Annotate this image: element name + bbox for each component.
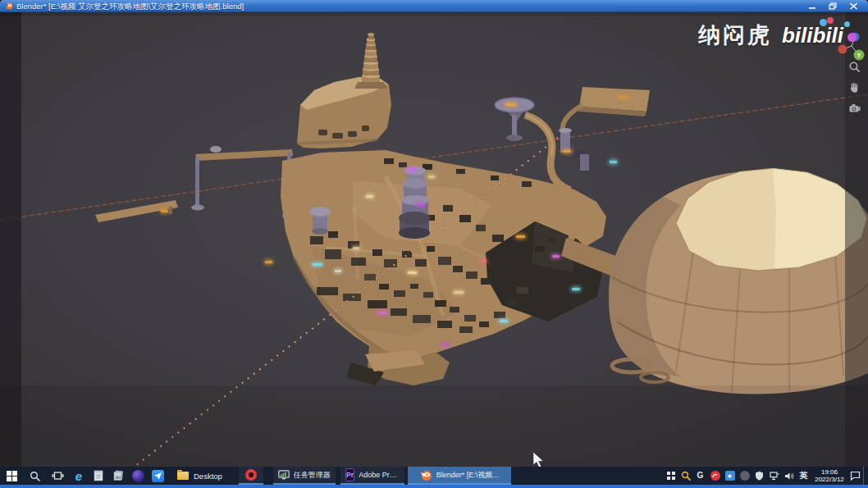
map-label-marker bbox=[610, 161, 617, 163]
taskbar-search-button[interactable] bbox=[23, 467, 46, 485]
blender-icon bbox=[420, 469, 432, 481]
map-label-marker bbox=[480, 260, 487, 262]
watermark: 纳闷虎 bilibili bbox=[698, 21, 855, 50]
task-view-button[interactable] bbox=[46, 467, 69, 485]
watermark-text: 纳闷虎 bbox=[698, 21, 772, 50]
3d-viewport[interactable]: 纳闷虎 bilibili Y bbox=[0, 12, 868, 467]
taskbar-taskmgr-button[interactable]: 任务管理器 bbox=[273, 467, 336, 485]
taskbar: e bbox=[0, 467, 868, 485]
viewport-nav-rail bbox=[846, 58, 862, 116]
tray-date: 2022/3/12 bbox=[812, 476, 847, 483]
show-desktop-button[interactable] bbox=[863, 467, 866, 485]
map-label-marker bbox=[572, 288, 580, 290]
ie-browser-icon[interactable]: e bbox=[69, 467, 89, 485]
map-label-marker bbox=[265, 261, 272, 263]
map-label-marker bbox=[161, 210, 168, 212]
map-label-marker bbox=[441, 344, 449, 346]
action-center-icon[interactable] bbox=[848, 467, 862, 485]
bottom-accent-strip bbox=[0, 485, 868, 488]
top-edge-shade bbox=[0, 12, 868, 16]
map-label-marker bbox=[366, 195, 373, 198]
desktop-toolbar-label: Desktop bbox=[194, 472, 222, 481]
logo-dot-magenta bbox=[847, 33, 857, 42]
map-label-marker bbox=[407, 168, 417, 171]
logo-dot-cyan bbox=[844, 21, 850, 27]
map-scene bbox=[0, 12, 868, 467]
map-label-marker bbox=[500, 320, 508, 322]
tray-g-app-icon[interactable]: G bbox=[693, 467, 707, 485]
taskbar-premiere-button[interactable]: Pr Adobe Premiere ... bbox=[340, 467, 404, 485]
map-label-marker bbox=[353, 247, 359, 249]
map-label-marker bbox=[618, 96, 628, 98]
map-label-marker bbox=[377, 312, 387, 314]
notepad-icon[interactable] bbox=[89, 467, 108, 485]
premiere-icon: Pr bbox=[345, 468, 354, 481]
window-titlebar[interactable]: Blender* [E:\视频 艾尔登之环攻略地图\艾尔登之环攻略地图.blen… bbox=[0, 0, 868, 12]
tray-red-app-icon[interactable] bbox=[708, 467, 722, 485]
map-label-marker bbox=[335, 270, 341, 272]
volume-icon[interactable] bbox=[782, 467, 796, 485]
window-title: Blender* [E:\视频 艾尔登之环攻略地图\艾尔登之环攻略地图.blen… bbox=[16, 0, 244, 12]
defender-shield-icon[interactable] bbox=[752, 467, 766, 485]
opera-icon bbox=[245, 469, 257, 481]
tray-search-tool-icon[interactable] bbox=[678, 467, 692, 485]
map-label-marker bbox=[313, 263, 322, 266]
network-icon[interactable] bbox=[767, 467, 781, 485]
task-manager-icon bbox=[278, 470, 290, 480]
logo-dot-blue bbox=[820, 19, 827, 26]
start-button[interactable] bbox=[0, 467, 23, 485]
minimize-button[interactable] bbox=[808, 2, 817, 10]
purple-orb-app-icon[interactable] bbox=[128, 467, 148, 485]
map-label-marker bbox=[552, 255, 560, 258]
folder-icon bbox=[177, 472, 189, 480]
map-label-marker bbox=[416, 203, 424, 206]
zoom-icon[interactable] bbox=[846, 58, 862, 75]
tray-dark-app-icon[interactable] bbox=[738, 467, 752, 485]
taskbar-clock[interactable]: 19:06 2022/3/12 bbox=[811, 468, 847, 483]
svg-text:Y: Y bbox=[857, 52, 861, 58]
tray-time: 19:06 bbox=[812, 468, 847, 476]
ime-language-indicator[interactable]: 英 bbox=[797, 467, 811, 485]
bottom-edge-shade bbox=[0, 385, 868, 467]
blue-messenger-app-icon[interactable] bbox=[148, 467, 167, 485]
map-label-marker bbox=[428, 176, 435, 178]
taskbar-blender-button[interactable]: Blender* [E:\视频... bbox=[408, 467, 511, 485]
system-tray: G bbox=[664, 467, 868, 485]
hand-icon[interactable] bbox=[846, 79, 862, 95]
taskbar-opera-button[interactable] bbox=[239, 467, 263, 485]
bilibili-logo: bilibili bbox=[782, 23, 855, 48]
map-label-marker bbox=[505, 103, 516, 106]
taskbar-desktop-toolbar[interactable]: Desktop bbox=[174, 467, 226, 485]
documents-stack-icon[interactable] bbox=[108, 467, 128, 485]
tray-blue-app-icon[interactable] bbox=[723, 467, 737, 485]
map-label-marker bbox=[516, 235, 525, 238]
screen: Blender* [E:\视频 艾尔登之环攻略地图\艾尔登之环攻略地图.blen… bbox=[0, 0, 868, 488]
hidden-icons-button[interactable] bbox=[664, 467, 678, 485]
map-label-marker bbox=[563, 150, 571, 153]
blender-app-icon bbox=[5, 2, 13, 10]
camera-icon[interactable] bbox=[846, 99, 862, 116]
map-label-marker bbox=[408, 271, 417, 274]
restore-button[interactable] bbox=[829, 2, 838, 10]
close-button[interactable] bbox=[849, 2, 858, 10]
map-label-marker bbox=[454, 291, 464, 294]
logo-dot-red bbox=[827, 17, 834, 24]
